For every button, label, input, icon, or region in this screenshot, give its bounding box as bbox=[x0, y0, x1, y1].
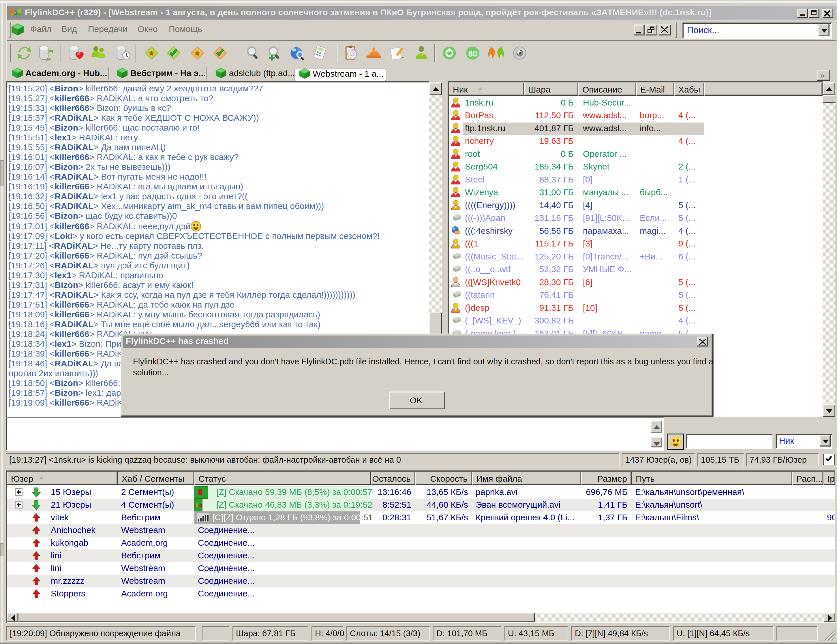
svg-text:80: 80 bbox=[468, 49, 477, 58]
